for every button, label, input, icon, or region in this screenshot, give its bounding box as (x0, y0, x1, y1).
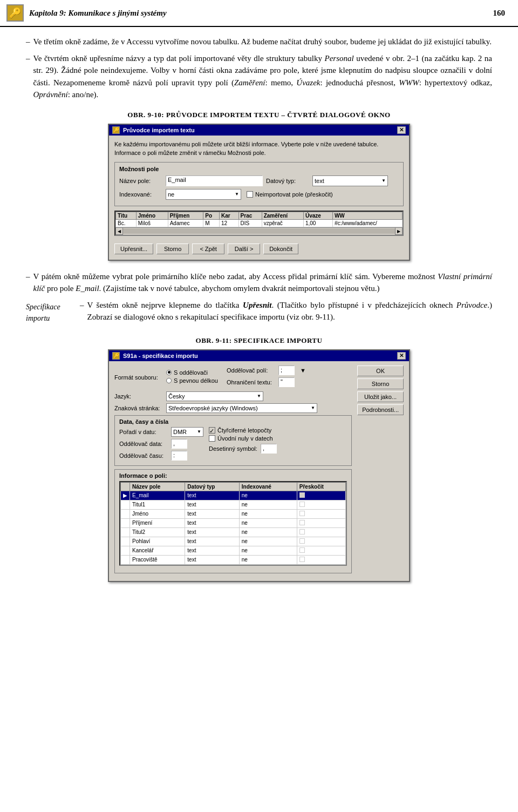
radio-with-separator[interactable] (166, 370, 172, 375)
charset-select[interactable]: Středoevropské jazyky (Windows) ▼ (166, 403, 317, 413)
table-row[interactable]: Kancelář text ne (121, 546, 346, 555)
col-data-type: Datový typ (185, 482, 239, 491)
dialog2-top-area: Formát souboru: S oddělovači S pevnou dé… (114, 366, 404, 577)
field-name-input[interactable]: E_mail (166, 175, 263, 186)
col-indexed: Indexované (239, 482, 297, 491)
upresit-button[interactable]: Upřesnit... (114, 243, 153, 254)
row-indexed-titul2: ne (239, 527, 297, 537)
cell-kar: 12 (220, 219, 239, 227)
data-type-arrow: ▼ (381, 178, 386, 183)
text-delimiter-label: Ohraničení textu: (227, 379, 275, 385)
row-skip-titul1 (297, 500, 345, 509)
podrobnosti-button[interactable]: Podrobnosti... (357, 404, 404, 415)
ok-button[interactable]: OK (357, 366, 404, 376)
data-type-value: text (315, 178, 324, 184)
table-row[interactable]: Titul2 text ne (121, 527, 346, 537)
ulozit-button[interactable]: Uložit jako... (357, 391, 404, 402)
decimal-input[interactable]: , (261, 444, 277, 454)
paragraph-2: – Ve čtvrtém okně upřesníme názvy a typ … (26, 52, 492, 101)
dash-3: – (26, 270, 30, 295)
cell-uvaze: 1,00 (303, 219, 332, 227)
storno-button-1[interactable]: Storno (156, 243, 189, 254)
row-name-jmeno: Jméno (130, 509, 185, 518)
col-ww: WW (332, 212, 402, 219)
table-row[interactable]: Příjmení text ne (121, 518, 346, 527)
col-titu: Titu (116, 212, 137, 219)
row-skip-jmeno (297, 509, 345, 518)
dialog1-table-wrapper: Titu Jméno Příjmen Po Kar Prac Zaměření … (114, 211, 404, 236)
time-sep-input[interactable]: : (171, 451, 187, 461)
paragraph-2-text: Ve čtvrtém okně upřesníme názvy a typ da… (33, 52, 493, 101)
radio-fixed-length[interactable] (166, 378, 172, 383)
time-sep-row: Oddělovač času: : (119, 451, 203, 461)
scroll-right-arrow[interactable]: ▶ (395, 227, 403, 235)
table-row[interactable]: Jméno text ne (121, 509, 346, 518)
row-skip-kancelar (297, 546, 345, 555)
cell-titu: Bc. (116, 219, 137, 227)
cell-prijmeni: Adamec (168, 219, 203, 227)
row-skip-titul2 (297, 527, 345, 537)
dalsi-button[interactable]: Další > (228, 243, 260, 254)
paragraph-1: – Ve třetím okně zadáme, že v Accessu vy… (26, 36, 492, 48)
leading-zeros-checkbox[interactable] (209, 435, 215, 442)
dokoncit-button[interactable]: Dokončit (263, 243, 298, 254)
dialog1-close-button[interactable]: ✕ (397, 126, 406, 134)
col-kar: Kar (220, 212, 239, 219)
language-select[interactable]: Česky ▼ (166, 391, 263, 401)
skip-label: Neimportovat pole (přeskočit) (255, 191, 333, 198)
row-name-pracoviste: Pracoviště (130, 555, 185, 564)
skip-checkbox-row: Neimportovat pole (přeskočit) (247, 191, 333, 198)
row-type-pohlavi: text (185, 537, 239, 546)
cell-prac: DIS (238, 219, 262, 227)
date-sep-input[interactable]: , (171, 439, 187, 449)
format-radios: S oddělovači S pevnou délkou (166, 369, 218, 385)
row-arrow-kancelar (121, 546, 130, 555)
table-row[interactable]: Titul1 text ne (121, 500, 346, 509)
col-jmeno: Jméno (136, 212, 168, 219)
scroll-left-arrow[interactable]: ◀ (115, 227, 123, 235)
skip-checkbox[interactable] (247, 191, 253, 198)
separator-input[interactable]: ; (278, 366, 295, 375)
scroll-track[interactable] (123, 228, 395, 234)
spec-table-header: Název pole Datový typ Indexované Přeskoč… (121, 482, 346, 491)
text-delimiter-input[interactable]: " (278, 377, 295, 387)
table-row[interactable]: Pohlaví text ne (121, 537, 346, 546)
date-time-right: ✓ Čtyřciferné letopočty Úvodní nuly v da… (209, 427, 277, 463)
row-skip-pracoviste (297, 555, 345, 564)
four-digit-checkbox[interactable]: ✓ (209, 427, 215, 434)
table-row[interactable]: Pracoviště text ne (121, 555, 346, 564)
date-sep-label: Oddělovač data: (119, 441, 168, 447)
language-arrow: ▼ (257, 394, 261, 398)
row-name-email: E_mail (130, 491, 185, 500)
dash-1: – (26, 36, 30, 48)
row-name-pohlavi: Pohlaví (130, 537, 185, 546)
chapter-title: Kapitola 9: Komunikace s jinými systémy (29, 9, 167, 18)
field-name-row: Název pole: E_mail Datový typ: text ▼ (119, 175, 399, 186)
zpet-button[interactable]: < Zpět (192, 243, 224, 254)
chapter-icon: 🔑 (6, 4, 24, 22)
date-sep-row: Oddělovač data: , (119, 439, 203, 449)
table-header-row: Titu Jméno Příjmen Po Kar Prac Zaměření … (116, 212, 403, 219)
row-type-titul1: text (185, 500, 239, 509)
storno-button-2[interactable]: Storno (357, 378, 404, 389)
col-zamereni: Zaměření (262, 212, 303, 219)
indexed-label: Indexované: (119, 191, 162, 198)
horizontal-scrollbar[interactable]: ◀ ▶ (115, 227, 403, 235)
time-sep-label: Oddělovač času: (119, 452, 168, 459)
dialog2-close-button[interactable]: ✕ (397, 352, 406, 360)
date-order-select[interactable]: DMR ▼ (171, 427, 203, 437)
indexed-select[interactable]: ne ▼ (166, 189, 241, 200)
table-row[interactable]: ▶ E_mail text ne (121, 491, 346, 500)
radio1-label: S oddělovači (174, 369, 208, 376)
dialog2-wrapper: 🔑 S91a - specifikace importu ✕ Formát so… (26, 349, 492, 582)
dash-4: – (80, 299, 84, 323)
language-value: Česky (168, 393, 185, 400)
col-uvaze: Úvaze (303, 212, 332, 219)
fig2-caption: OBR. 9-11: SPECIFIKACE IMPORTU (26, 336, 492, 345)
dialog1-body: Ke každému importovanému poli můžete urč… (109, 136, 409, 260)
data-type-select[interactable]: text ▼ (312, 175, 388, 186)
col-skip: Přeskočit (297, 482, 345, 491)
row-indexed-pracoviste: ne (239, 555, 297, 564)
main-content: – Ve třetím okně zadáme, že v Accessu vy… (0, 36, 518, 582)
row-type-email: text (185, 491, 239, 500)
